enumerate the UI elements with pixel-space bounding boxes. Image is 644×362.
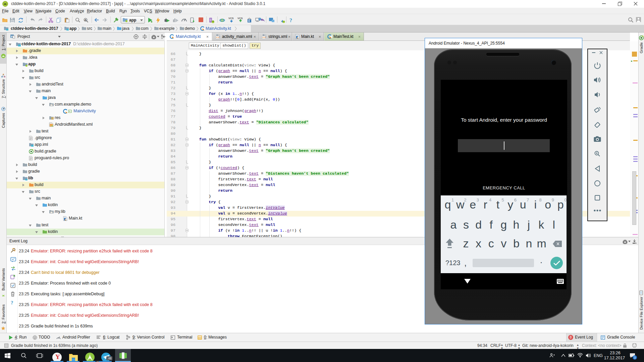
svg-text:<>: <>: [216, 36, 219, 39]
svg-text:VCS: VCS: [228, 17, 233, 20]
svg-text:VCS: VCS: [237, 17, 243, 20]
svg-text:?: ?: [11, 300, 13, 305]
svg-text:<>: <>: [263, 36, 266, 39]
svg-text:?: ?: [289, 17, 292, 23]
svg-text:A: A: [85, 18, 87, 21]
